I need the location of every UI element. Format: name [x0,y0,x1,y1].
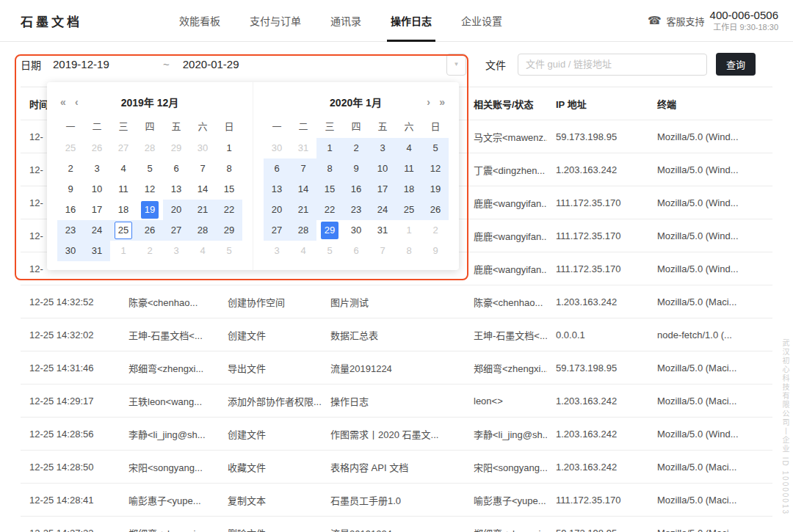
day-cell[interactable]: 21 [290,200,316,220]
day-cell[interactable]: 24 [369,200,396,220]
table-row[interactable]: 12-25 14:32:02王坤-石墨文档<...创建文件数据汇总表王坤-石墨文… [21,318,772,351]
day-cell[interactable]: 9 [343,158,369,179]
day-cell[interactable]: 19 [137,200,163,220]
day-cell[interactable]: 18 [110,200,137,220]
day-cell[interactable]: 8 [216,158,242,179]
day-cell[interactable]: 1 [216,138,242,158]
day-cell[interactable]: 31 [290,138,316,158]
day-cell[interactable]: 4 [189,241,216,261]
prev-year-icon[interactable]: « [60,97,66,107]
day-cell[interactable]: 30 [343,220,369,241]
day-cell[interactable]: 27 [110,138,137,158]
table-row[interactable]: 12-25 14:28:56李静<li_jing@sh...创建文件作图需求丨2… [21,418,772,451]
table-row[interactable]: 12-25 14:31:46郑细弯<zhengxi...导出文件流量201912… [21,351,772,385]
day-cell[interactable]: 29 [163,138,189,158]
day-cell[interactable]: 2 [137,241,163,261]
day-cell[interactable]: 16 [343,179,369,200]
day-cell[interactable]: 16 [57,200,84,220]
day-cell[interactable]: 25 [396,200,422,220]
day-cell[interactable]: 26 [84,138,110,158]
table-row[interactable]: 12-25 14:28:41喻彭惠子<yupe...复制文本石墨员工手册1.0喻… [21,484,772,517]
day-cell[interactable]: 14 [290,179,316,200]
day-cell[interactable]: 13 [264,179,290,200]
day-cell[interactable]: 4 [110,158,137,179]
day-cell[interactable]: 31 [369,220,396,241]
day-cell[interactable]: 5 [422,138,449,158]
table-row[interactable]: 12-25 14:29:17王轶leon<wang...添加外部协作者权限...… [21,385,772,418]
day-cell[interactable]: 12 [137,179,163,200]
query-button[interactable]: 查询 [716,53,756,76]
day-cell[interactable]: 7 [369,241,396,261]
next-month-icon[interactable]: › [427,97,430,107]
day-cell[interactable]: 28 [137,138,163,158]
day-cell[interactable]: 21 [189,200,216,220]
table-row[interactable]: 12-25 14:32:52陈豪<chenhao...创建协作空间图片测试陈豪<… [21,285,772,318]
day-cell[interactable]: 19 [422,179,449,200]
day-cell[interactable]: 10 [369,158,396,179]
day-cell[interactable]: 1 [316,138,343,158]
day-cell[interactable]: 25 [110,220,137,241]
day-cell[interactable]: 26 [422,200,449,220]
day-cell[interactable]: 28 [189,220,216,241]
day-cell[interactable]: 6 [264,158,290,179]
day-cell[interactable]: 14 [189,179,216,200]
day-cell[interactable]: 3 [163,241,189,261]
day-cell[interactable]: 20 [264,200,290,220]
day-cell[interactable]: 2 [343,138,369,158]
date-start-value[interactable]: 2019-12-19 [53,58,163,70]
day-cell[interactable]: 30 [264,138,290,158]
day-cell[interactable]: 5 [137,158,163,179]
day-cell[interactable]: 9 [57,179,84,200]
day-cell[interactable]: 4 [396,138,422,158]
nav-tab-operation-log[interactable]: 操作日志 [376,0,446,42]
day-cell[interactable]: 22 [316,200,343,220]
day-cell[interactable]: 23 [57,220,84,241]
prev-month-icon[interactable]: ‹ [75,97,79,107]
next-year-icon[interactable]: » [439,97,445,107]
day-cell[interactable]: 22 [216,200,242,220]
app-logo[interactable]: 石墨文档 [21,12,82,30]
day-cell[interactable]: 6 [343,241,369,261]
day-cell[interactable]: 11 [396,158,422,179]
day-cell[interactable]: 29 [216,220,242,241]
day-cell[interactable]: 23 [343,200,369,220]
day-cell[interactable]: 18 [396,179,422,200]
day-cell[interactable]: 7 [290,158,316,179]
day-cell[interactable]: 24 [84,220,110,241]
day-cell[interactable]: 15 [316,179,343,200]
day-cell[interactable]: 6 [163,158,189,179]
day-cell[interactable]: 27 [163,220,189,241]
day-cell[interactable]: 17 [369,179,396,200]
day-cell[interactable]: 28 [290,220,316,241]
table-row[interactable]: 12-25 14:27:23郑细弯<zhengxi...删除文件流量201912… [21,517,772,532]
day-cell[interactable]: 7 [189,158,216,179]
day-cell[interactable]: 17 [84,200,110,220]
day-cell[interactable]: 11 [110,179,137,200]
day-cell[interactable]: 10 [84,179,110,200]
day-cell[interactable]: 30 [189,138,216,158]
day-cell[interactable]: 27 [264,220,290,241]
date-range-picker[interactable]: 2019-12-19 ~ 2020-01-29 [53,53,443,76]
day-cell[interactable]: 5 [316,241,343,261]
day-cell[interactable]: 1 [110,241,137,261]
nav-tab-payment-orders[interactable]: 支付与订单 [235,0,316,42]
nav-tab-enterprise-settings[interactable]: 企业设置 [446,0,517,42]
day-cell[interactable]: 5 [216,241,242,261]
day-cell[interactable]: 25 [57,138,84,158]
day-cell[interactable]: 8 [316,158,343,179]
day-cell[interactable]: 3 [369,138,396,158]
day-cell[interactable]: 20 [163,200,189,220]
day-cell[interactable]: 4 [290,241,316,261]
date-preset-dropdown[interactable]: ▼ [446,54,466,76]
nav-tab-dashboard[interactable]: 效能看板 [164,0,235,42]
nav-tab-contacts[interactable]: 通讯录 [316,0,376,42]
date-end-value[interactable]: 2020-01-29 [183,58,239,70]
calendar-month-title[interactable]: 2019年 12月 [121,95,179,109]
file-search-input[interactable] [518,54,707,76]
day-cell[interactable]: 2 [57,158,84,179]
calendar-month-title[interactable]: 2020年 1月 [330,95,382,109]
day-cell[interactable]: 2 [422,220,449,241]
day-cell[interactable]: 15 [216,179,242,200]
day-cell[interactable]: 13 [163,179,189,200]
day-cell[interactable]: 26 [137,220,163,241]
